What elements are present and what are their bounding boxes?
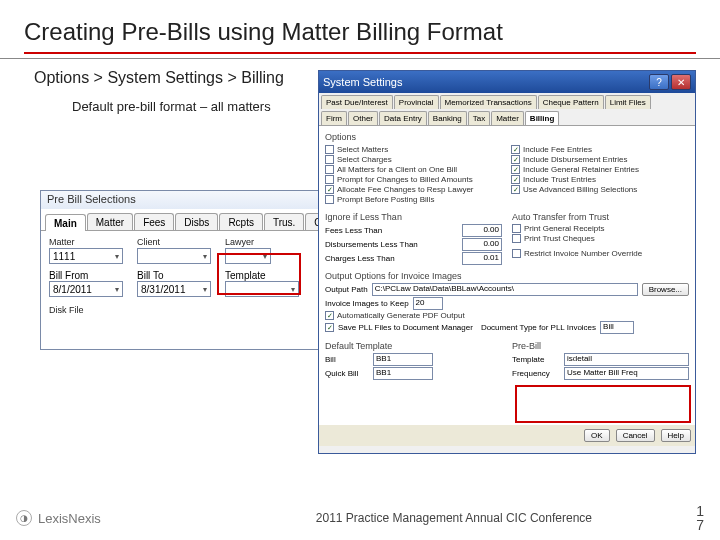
client-field[interactable] bbox=[137, 248, 211, 264]
rightopt-2-checkbox[interactable]: ✓ bbox=[511, 165, 520, 174]
tab-other[interactable]: Other bbox=[348, 111, 378, 125]
ignore-header: Ignore if Less Than bbox=[325, 212, 502, 222]
leftopt-3-checkbox[interactable] bbox=[325, 175, 334, 184]
autopdf-checkbox[interactable]: ✓ bbox=[325, 311, 334, 320]
charges-input[interactable]: 0.01 bbox=[462, 252, 502, 265]
autopdf-label: Automatically Generate PDF Output bbox=[337, 311, 465, 320]
autotrans-0-label: Print General Receipts bbox=[524, 224, 604, 233]
autotrans-0-checkbox[interactable] bbox=[512, 224, 521, 233]
dialog-buttons: OK Cancel Help bbox=[319, 425, 695, 446]
lawyer-field[interactable] bbox=[225, 248, 271, 264]
logo: ◑ LexisNexis bbox=[16, 510, 101, 526]
tab-main[interactable]: Main bbox=[45, 214, 86, 231]
doctype-label: Document Type for PLL Invoices bbox=[481, 323, 596, 332]
charges-label: Charges Less Than bbox=[325, 254, 395, 263]
tab-fees[interactable]: Fees bbox=[134, 213, 174, 230]
doctype-input[interactable]: Bill bbox=[600, 321, 634, 334]
leftopt-1-checkbox[interactable] bbox=[325, 155, 334, 164]
disb-label: Disbursements Less Than bbox=[325, 240, 418, 249]
conference-text: 2011 Practice Management Annual CIC Conf… bbox=[316, 511, 592, 525]
bill-template-input[interactable]: BB1 bbox=[373, 353, 433, 366]
billfrom-label: Bill From bbox=[49, 270, 123, 281]
diskfile-label: Disk File bbox=[49, 305, 84, 315]
prefreq-label: Frequency bbox=[512, 369, 560, 378]
prefreq-input[interactable]: Use Matter Bill Freq bbox=[564, 367, 689, 380]
tab-dataentry[interactable]: Data Entry bbox=[379, 111, 427, 125]
path-label: Output Path bbox=[325, 285, 368, 294]
matter-field[interactable]: 1111 bbox=[49, 248, 123, 264]
billto-field[interactable]: 8/31/2011 bbox=[137, 281, 211, 297]
sys-titlebar: System Settings ? ✕ bbox=[319, 71, 695, 93]
tab-tax[interactable]: Tax bbox=[468, 111, 490, 125]
tab-disbs[interactable]: Disbs bbox=[175, 213, 218, 230]
savepl-checkbox[interactable]: ✓ bbox=[325, 323, 334, 332]
leftopt-3-label: Prompt for Changes to Billed Amounts bbox=[337, 175, 473, 184]
browse-button[interactable]: Browse... bbox=[642, 283, 689, 296]
autotrans-1-checkbox[interactable] bbox=[512, 234, 521, 243]
sys-tabs-row2: Firm Other Data Entry Banking Tax Matter… bbox=[319, 109, 695, 125]
leftopt-2-checkbox[interactable] bbox=[325, 165, 334, 174]
billto-label: Bill To bbox=[137, 270, 211, 281]
billfrom-field[interactable]: 8/1/2011 bbox=[49, 281, 123, 297]
leftopt-0-label: Select Matters bbox=[337, 145, 388, 154]
tab-memorized[interactable]: Memorized Transactions bbox=[440, 95, 537, 109]
logo-text: LexisNexis bbox=[38, 511, 101, 526]
restrict-checkbox[interactable] bbox=[512, 249, 521, 258]
tab-firm[interactable]: Firm bbox=[321, 111, 347, 125]
prebill-tabs: Main Matter Fees Disbs Rcpts Trus. Optio… bbox=[41, 213, 349, 231]
prebill-window: Pre Bill Selections Main Matter Fees Dis… bbox=[40, 190, 350, 350]
tab-matter[interactable]: Matter bbox=[87, 213, 133, 230]
matter-value: 1111 bbox=[53, 251, 75, 262]
rightopt-4-label: Use Advanced Billing Selections bbox=[523, 185, 637, 194]
disb-input[interactable]: 0.00 bbox=[462, 238, 502, 251]
page-number: 1 7 bbox=[696, 504, 704, 532]
leftopt-5-label: Prompt Before Posting Bills bbox=[337, 195, 434, 204]
help-button[interactable]: Help bbox=[661, 429, 691, 442]
tab-billing[interactable]: Billing bbox=[525, 111, 559, 125]
autotrans-1-label: Print Trust Cheques bbox=[524, 234, 595, 243]
rightopt-0-checkbox[interactable]: ✓ bbox=[511, 145, 520, 154]
divider bbox=[0, 58, 720, 59]
fees-input[interactable]: 0.00 bbox=[462, 224, 502, 237]
template-field[interactable] bbox=[225, 281, 299, 297]
leftopt-5-checkbox[interactable] bbox=[325, 195, 334, 204]
output-header: Output Options for Invoice Images bbox=[325, 271, 689, 281]
tab-rcpts[interactable]: Rcpts bbox=[219, 213, 263, 230]
rightopt-4-checkbox[interactable]: ✓ bbox=[511, 185, 520, 194]
tab-trust[interactable]: Trus. bbox=[264, 213, 304, 230]
rightopt-1-checkbox[interactable]: ✓ bbox=[511, 155, 520, 164]
options-header: Options bbox=[325, 132, 689, 142]
close-icon[interactable]: ✕ bbox=[671, 74, 691, 90]
tab-mattertab[interactable]: Matter bbox=[491, 111, 524, 125]
savepl-label: Save PLL Files to Document Manager bbox=[338, 323, 473, 332]
quickbill-template-input[interactable]: BB1 bbox=[373, 367, 433, 380]
logo-icon: ◑ bbox=[16, 510, 32, 526]
cancel-button[interactable]: Cancel bbox=[616, 429, 655, 442]
template-label: Template bbox=[225, 270, 299, 281]
billfrom-value: 8/1/2011 bbox=[53, 284, 92, 295]
ok-button[interactable]: OK bbox=[584, 429, 610, 442]
leftopt-4-checkbox[interactable]: ✓ bbox=[325, 185, 334, 194]
restrict-label: Restrict Invoice Number Override bbox=[524, 249, 642, 258]
sys-body: Options Select MattersSelect ChargesAll … bbox=[319, 125, 695, 425]
keep-input[interactable]: 20 bbox=[413, 297, 443, 310]
leftopt-0-checkbox[interactable] bbox=[325, 145, 334, 154]
autotransfer-header: Auto Transfer from Trust bbox=[512, 212, 689, 222]
tab-pastdue[interactable]: Past Due/Interest bbox=[321, 95, 393, 109]
leftopt-4-label: Allocate Fee Changes to Resp Lawyer bbox=[337, 185, 474, 194]
pretmpl-input[interactable]: isdetail bbox=[564, 353, 689, 366]
help-icon[interactable]: ? bbox=[649, 74, 669, 90]
slide-title: Creating Pre-Bills using Matter Billing … bbox=[0, 0, 720, 52]
rightopt-3-checkbox[interactable]: ✓ bbox=[511, 175, 520, 184]
tab-banking[interactable]: Banking bbox=[428, 111, 467, 125]
path-input[interactable]: C:\PCLaw Data\Data\BBLaw\Accounts\ bbox=[372, 283, 638, 296]
billto-value: 8/31/2011 bbox=[141, 284, 186, 295]
leftopt-2-label: All Matters for a Client on One Bill bbox=[337, 165, 457, 174]
bill-label: Bill bbox=[325, 355, 369, 364]
tab-provincial[interactable]: Provincial bbox=[394, 95, 439, 109]
lawyer-label: Lawyer bbox=[225, 237, 271, 247]
tab-limit[interactable]: Limit Files bbox=[605, 95, 651, 109]
sys-tabs-row1: Past Due/Interest Provincial Memorized T… bbox=[319, 93, 695, 109]
quickbill-label: Quick Bill bbox=[325, 369, 369, 378]
tab-cheque[interactable]: Cheque Pattern bbox=[538, 95, 604, 109]
